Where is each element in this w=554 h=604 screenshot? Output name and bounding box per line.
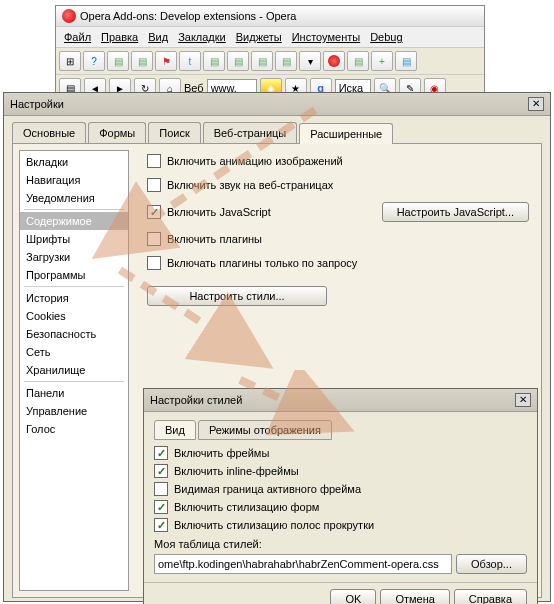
browse-button[interactable]: Обзор... <box>456 554 527 574</box>
close-icon[interactable]: ✕ <box>515 393 531 407</box>
menu-file[interactable]: Файл <box>60 29 95 45</box>
sidebar-item-content[interactable]: Содержимое <box>20 212 128 230</box>
opera-icon[interactable] <box>323 51 345 71</box>
sidebar-item-fonts[interactable]: Шрифты <box>20 230 128 248</box>
sidebar-item-cookies[interactable]: Cookies <box>20 307 128 325</box>
styles-tabs: Вид Режимы отображения <box>154 420 527 440</box>
sidebar-item-voice[interactable]: Голос <box>20 420 128 438</box>
flag-icon[interactable]: ⚑ <box>155 51 177 71</box>
help-button[interactable]: Справка <box>454 589 527 604</box>
sidebar-item-history[interactable]: История <box>20 289 128 307</box>
ok-button[interactable]: OK <box>330 589 376 604</box>
menu-debug[interactable]: Debug <box>366 29 406 45</box>
doc-icon[interactable]: ▤ <box>347 51 369 71</box>
label-frames: Включить фреймы <box>174 447 269 459</box>
tab-forms[interactable]: Формы <box>88 122 146 143</box>
checkbox-style-forms[interactable] <box>154 500 168 514</box>
doc-icon[interactable]: ▤ <box>395 51 417 71</box>
menu-tools[interactable]: Инстоументы <box>288 29 364 45</box>
checkbox-plugins-ondemand[interactable] <box>147 256 161 270</box>
configure-js-button[interactable]: Настроить JavaScript... <box>382 202 529 222</box>
styles-title-text: Настройки стилей <box>150 394 242 406</box>
checkbox-img-anim[interactable] <box>147 154 161 168</box>
dialog-buttons: OK Отмена Справка <box>144 582 537 604</box>
window-title: Opera Add-ons: Develop extensions - Oper… <box>80 10 296 22</box>
doc-icon[interactable]: ▤ <box>251 51 273 71</box>
configure-styles-button[interactable]: Настроить стили... <box>147 286 327 306</box>
sidebar-item-security[interactable]: Безопасность <box>20 325 128 343</box>
styles-dialog: Настройки стилей ✕ Вид Режимы отображени… <box>143 388 538 604</box>
tab-search[interactable]: Поиск <box>148 122 200 143</box>
opera-menubar[interactable]: Файл Правка Вид Закладки Виджеты Инстоум… <box>56 27 484 48</box>
separator <box>24 286 124 287</box>
label-inline-frames: Включить inline-фреймы <box>174 465 299 477</box>
separator <box>24 209 124 210</box>
cancel-button[interactable]: Отмена <box>380 589 449 604</box>
tab-advanced[interactable]: Расширенные <box>299 123 393 144</box>
css-path-input[interactable] <box>154 554 452 574</box>
checkbox-inline-frames[interactable] <box>154 464 168 478</box>
add-icon[interactable]: + <box>371 51 393 71</box>
label-style-forms: Включить стилизацию форм <box>174 501 319 513</box>
separator <box>24 381 124 382</box>
label-plugins-ondemand: Включать плагины только по запросу <box>167 257 357 269</box>
tool-icon[interactable]: ⊞ <box>59 51 81 71</box>
checkbox-frames[interactable] <box>154 446 168 460</box>
close-icon[interactable]: ✕ <box>528 97 544 111</box>
styles-titlebar: Настройки стилей ✕ <box>144 389 537 412</box>
label-style-scroll: Включить стилизацию полос прокрутки <box>174 519 374 531</box>
label-js: Включить JavaScript <box>167 206 271 218</box>
sidebar-item-tabs[interactable]: Вкладки <box>20 153 128 171</box>
opera-icon <box>62 9 76 23</box>
settings-title-text: Настройки <box>10 98 64 110</box>
menu-edit[interactable]: Правка <box>97 29 142 45</box>
checkbox-style-scroll[interactable] <box>154 518 168 532</box>
opera-titlebar: Opera Add-ons: Develop extensions - Oper… <box>56 6 484 27</box>
settings-titlebar: Настройки ✕ <box>4 93 550 116</box>
tab-display-modes[interactable]: Режимы отображения <box>198 420 332 440</box>
doc-icon[interactable]: ▤ <box>131 51 153 71</box>
doc-icon[interactable]: ▤ <box>203 51 225 71</box>
sidebar-item-management[interactable]: Управление <box>20 402 128 420</box>
sidebar-item-panels[interactable]: Панели <box>20 384 128 402</box>
sidebar-item-notify[interactable]: Уведомления <box>20 189 128 207</box>
tile-icon[interactable]: t <box>179 51 201 71</box>
menu-widgets[interactable]: Виджеты <box>232 29 286 45</box>
label-plugins: Включить плагины <box>167 233 262 245</box>
menu-bookmarks[interactable]: Закладки <box>174 29 230 45</box>
styles-body: Вид Режимы отображения Включить фреймы В… <box>144 412 537 582</box>
checkbox-active-border[interactable] <box>154 482 168 496</box>
sidebar-item-storage[interactable]: Хранилище <box>20 361 128 379</box>
help-icon[interactable]: ? <box>83 51 105 71</box>
doc-icon[interactable]: ▤ <box>107 51 129 71</box>
tab-basic[interactable]: Основные <box>12 122 86 143</box>
settings-sidebar: Вкладки Навигация Уведомления Содержимое… <box>19 150 129 591</box>
sidebar-item-network[interactable]: Сеть <box>20 343 128 361</box>
settings-tabs: Основные Формы Поиск Веб-страницы Расшир… <box>4 116 550 143</box>
checkbox-js[interactable] <box>147 205 161 219</box>
tab-webpages[interactable]: Веб-страницы <box>203 122 298 143</box>
sidebar-item-downloads[interactable]: Загрузки <box>20 248 128 266</box>
checkbox-sound[interactable] <box>147 178 161 192</box>
opera-browser-window: Opera Add-ons: Develop extensions - Oper… <box>55 5 485 102</box>
dropdown-icon[interactable]: ▾ <box>299 51 321 71</box>
label-active-border: Видимая граница активного фрейма <box>174 483 361 495</box>
label-img-anim: Включить анимацию изображений <box>167 155 343 167</box>
doc-icon[interactable]: ▤ <box>227 51 249 71</box>
sidebar-item-nav[interactable]: Навигация <box>20 171 128 189</box>
opera-toolbar-1: ⊞ ? ▤ ▤ ⚑ t ▤ ▤ ▤ ▤ ▾ ▤ + ▤ <box>56 48 484 75</box>
menu-view[interactable]: Вид <box>144 29 172 45</box>
css-label: Моя таблица стилей: <box>154 538 527 550</box>
label-sound: Включить звук на веб-страницах <box>167 179 333 191</box>
tab-view[interactable]: Вид <box>154 420 196 440</box>
checkbox-plugins[interactable] <box>147 232 161 246</box>
sidebar-item-programs[interactable]: Программы <box>20 266 128 284</box>
doc-icon[interactable]: ▤ <box>275 51 297 71</box>
